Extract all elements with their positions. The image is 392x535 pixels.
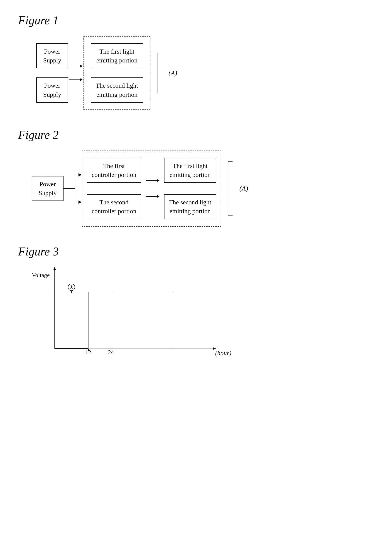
circle-label: ①: [68, 284, 75, 291]
first-light-1: The first lightemitting portion: [91, 43, 143, 68]
bracket-a-fig1: (A): [155, 52, 177, 93]
bar-1: ①: [54, 292, 89, 349]
bracket-svg-fig1: [155, 52, 166, 93]
fig1-dashed-box: The first lightemitting portion The seco…: [84, 36, 150, 110]
second-controller: The secondcontroller portion: [87, 194, 141, 219]
tick-mark-12: [88, 349, 89, 351]
bar-2-left-wall: [111, 292, 111, 349]
first-light-fig2: The first lightemitting portion: [164, 158, 216, 183]
svg-marker-7: [79, 173, 82, 176]
figure-3: Figure 3 Voltage ①: [18, 245, 374, 363]
figure-2: Figure 2 PowerSupply: [18, 128, 374, 227]
power-supply-fig2: PowerSupply: [32, 176, 64, 201]
fig1-diagram: PowerSupply PowerSupply The first lighte…: [36, 36, 374, 110]
label-a-fig2: (A): [239, 185, 248, 192]
bar-2-right: [111, 292, 174, 349]
svg-marker-8: [79, 200, 82, 204]
fig1-power-supplies: PowerSupply PowerSupply: [36, 43, 68, 103]
figure-3-title: Figure 3: [18, 245, 374, 258]
x-axis: [54, 349, 213, 349]
power-supply-2: PowerSupply: [36, 77, 68, 102]
chart-y-label: Voltage: [32, 272, 50, 279]
figure-1: Figure 1 PowerSupply PowerSupply The fir…: [18, 14, 374, 110]
hour-label: (hour): [215, 350, 231, 357]
fig2-controller-col: The firstcontroller portion The secondco…: [87, 158, 141, 219]
chart-container: Voltage ①: [32, 267, 213, 363]
label-a-fig1: (A): [168, 69, 177, 77]
arrow-ctrl-2: [146, 194, 159, 199]
chart-axes: ① 12 24 (hour): [54, 270, 213, 349]
power-supply-1: PowerSupply: [36, 43, 68, 68]
fig2-arrows-between: [146, 178, 159, 199]
figure-2-title: Figure 2: [18, 128, 374, 142]
fig1-arrows-left: [69, 64, 83, 82]
fig2-split-svg: [64, 166, 82, 211]
second-light-fig2: The second lightemitting portion: [164, 194, 216, 219]
second-light-1: The second lightemitting portion: [91, 77, 143, 102]
bracket-svg-fig2: [226, 161, 237, 216]
fig2-dashed-box: The firstcontroller portion The secondco…: [82, 151, 221, 227]
circle-stem: [71, 291, 72, 293]
y-axis-arrow: [53, 267, 56, 270]
fig3-diagram: Voltage ①: [32, 267, 374, 363]
fig2-power-wrap: PowerSupply: [32, 176, 64, 201]
arrow-ctrl-1: [146, 178, 159, 183]
bracket-a-fig2: (A): [226, 161, 248, 216]
fig2-emitter-col: The first lightemitting portion The seco…: [164, 158, 216, 219]
tick-mark-24: [111, 349, 111, 351]
arrow-1: [69, 64, 83, 68]
fig2-diagram: PowerSupply The f: [18, 151, 374, 227]
arrow-2: [69, 77, 83, 82]
fig2-split-section: [64, 166, 82, 211]
first-controller: The firstcontroller portion: [87, 158, 141, 183]
figure-1-title: Figure 1: [18, 14, 374, 27]
